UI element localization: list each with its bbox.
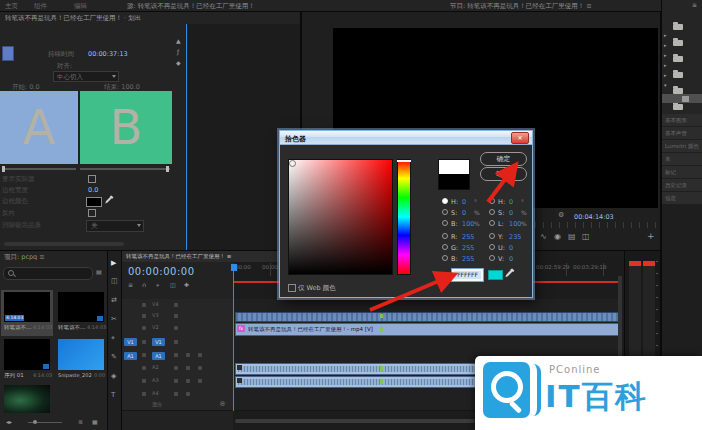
- cancel-button[interactable]: 取消: [480, 167, 527, 181]
- effect-controls-zoombar[interactable]: [4, 242, 124, 246]
- radio-b2[interactable]: [442, 255, 448, 261]
- folder-icon[interactable]: [673, 72, 683, 78]
- settings-gear-icon[interactable]: ⚙: [558, 212, 564, 219]
- show-sources-checkbox[interactable]: [88, 175, 96, 183]
- menu-item-home[interactable]: 主页: [5, 3, 18, 10]
- project-item-name[interactable]: Snipaste_2020-…: [58, 373, 92, 378]
- track-solo-icon[interactable]: [186, 366, 190, 370]
- track-lock-icon[interactable]: [142, 366, 146, 370]
- timeline-timecode[interactable]: 00:00:00:00: [128, 266, 195, 277]
- new-bin-icon[interactable]: ▦: [92, 419, 98, 425]
- tab-program-monitor[interactable]: 节目: 转笔该不再是玩具！已经在工厂里使用！ ≡: [450, 3, 650, 10]
- source-patch-a1[interactable]: A1: [124, 352, 137, 360]
- field-value[interactable]: 235: [509, 233, 521, 241]
- border-color-swatch[interactable]: [86, 197, 102, 207]
- menu-item-assembly[interactable]: 组件: [34, 3, 47, 10]
- radio-h[interactable]: [442, 198, 448, 204]
- track-header-a2[interactable]: A2: [122, 362, 233, 376]
- dock-tab-info[interactable]: 信息: [662, 192, 702, 205]
- track-mute-icon[interactable]: [174, 366, 178, 370]
- alignment-dropdown[interactable]: 中心切入: [53, 71, 119, 82]
- track-lock-icon[interactable]: [142, 303, 146, 307]
- curves-icon[interactable]: ∿: [540, 233, 547, 241]
- start-slider[interactable]: [2, 168, 76, 170]
- dialog-titlebar[interactable]: 拾色器 ✕: [280, 131, 532, 145]
- marker-icon[interactable]: ◫: [170, 282, 176, 288]
- end-slider[interactable]: [80, 168, 170, 170]
- track-solo-icon[interactable]: [186, 392, 190, 396]
- color-field[interactable]: [288, 159, 393, 275]
- field-value[interactable]: 0: [509, 244, 513, 252]
- reverse-checkbox[interactable]: [88, 209, 96, 217]
- track-solo-icon[interactable]: [186, 353, 190, 357]
- tool-pen[interactable]: ✎: [111, 354, 117, 361]
- dock-tab-libraries[interactable]: 库: [662, 153, 702, 166]
- antialias-dropdown[interactable]: 关: [86, 220, 144, 232]
- project-panel-tab[interactable]: 项目: pcpq ≡: [4, 254, 102, 261]
- radio-v[interactable]: [489, 255, 495, 261]
- track-lock-icon[interactable]: [142, 379, 146, 383]
- project-item-thumb[interactable]: [58, 292, 104, 322]
- start-slider-handle[interactable]: [2, 166, 5, 172]
- track-lock-icon[interactable]: [142, 392, 146, 396]
- radio-b[interactable]: [442, 220, 448, 226]
- project-item-name[interactable]: 转笔该不…: [4, 325, 32, 331]
- project-search-input[interactable]: [3, 267, 93, 280]
- project-item-thumb[interactable]: [4, 339, 50, 370]
- track-mic-icon[interactable]: [198, 366, 202, 370]
- snap-magnet-icon[interactable]: ∩: [142, 282, 146, 288]
- video-clip-main[interactable]: fx 转笔该不再是玩具！已经在工厂里使用！- mp4 [V]: [235, 323, 620, 336]
- project-item-name[interactable]: 序列 01: [4, 373, 24, 379]
- playhead-line[interactable]: [233, 271, 234, 411]
- list-view-icon[interactable]: ▤: [96, 269, 102, 275]
- track-mute-icon[interactable]: [174, 379, 178, 383]
- track-lock-icon[interactable]: [142, 326, 146, 330]
- field-value[interactable]: 0: [509, 209, 513, 217]
- web-only-checkbox[interactable]: [288, 284, 296, 292]
- record-icon[interactable]: ◉: [554, 233, 561, 241]
- radio-r[interactable]: [442, 233, 448, 239]
- close-button[interactable]: ✕: [511, 132, 529, 144]
- folder-icon[interactable]: [673, 104, 683, 110]
- tool-selection[interactable]: ▶: [111, 259, 116, 267]
- project-item-thumb[interactable]: 4:14:03: [4, 292, 50, 322]
- hue-slider-marker[interactable]: [397, 160, 411, 162]
- comparison-view-icon[interactable]: ◫: [582, 233, 590, 241]
- effect-controls-divider[interactable]: [186, 24, 187, 250]
- field-value[interactable]: 100: [462, 220, 474, 228]
- field-value[interactable]: 0: [462, 198, 466, 206]
- tool-track-select[interactable]: ◫: [111, 278, 118, 285]
- end-slider-handle[interactable]: [166, 166, 169, 172]
- picked-color-swatch[interactable]: [488, 270, 503, 280]
- tool-ripple-edit[interactable]: ⇄: [111, 297, 117, 304]
- folder-icon[interactable]: [673, 56, 683, 62]
- track-lock-icon[interactable]: [142, 353, 146, 357]
- panel-menu-icon[interactable]: ≡: [692, 2, 697, 8]
- track-lock-icon[interactable]: [142, 340, 146, 344]
- duration-value[interactable]: 00:00:37:13: [88, 51, 128, 58]
- field-value[interactable]: 255: [462, 255, 474, 263]
- playhead-marker[interactable]: [231, 264, 237, 271]
- eyedropper-icon[interactable]: [104, 195, 114, 205]
- timeline-h-scrollbar[interactable]: [235, 419, 475, 423]
- collapse-icon[interactable]: ▲: [176, 38, 181, 44]
- field-value[interactable]: 0: [509, 198, 513, 206]
- project-item-thumb[interactable]: [58, 339, 104, 370]
- project-readonly-icon[interactable]: ◂▸: [6, 419, 12, 425]
- track-mute-icon[interactable]: [174, 392, 178, 396]
- tab-source-monitor[interactable]: 源: 转笔该不再是玩具！已经在工厂里使用！: [127, 3, 292, 10]
- radio-h2[interactable]: [489, 198, 495, 204]
- bin-row[interactable]: ▾: [664, 72, 667, 91]
- track-header-v1[interactable]: V1 V1: [122, 335, 233, 350]
- export-frame-icon[interactable]: ▤: [568, 233, 576, 241]
- timeline-tab-active[interactable]: 转笔该不再是玩具！已经在工厂里使用！ ≡: [122, 251, 284, 262]
- folder-icon[interactable]: [673, 40, 683, 46]
- track-target-v1[interactable]: V1: [152, 338, 165, 346]
- video-clip-strip[interactable]: [235, 312, 620, 322]
- track-header-a3[interactable]: A3: [122, 375, 233, 389]
- dock-tab-markers[interactable]: 标记: [662, 166, 702, 179]
- source-patch-v1[interactable]: V1: [124, 338, 137, 346]
- field-value[interactable]: 255: [462, 233, 474, 241]
- radio-s[interactable]: [442, 209, 448, 215]
- radio-u[interactable]: [489, 244, 495, 250]
